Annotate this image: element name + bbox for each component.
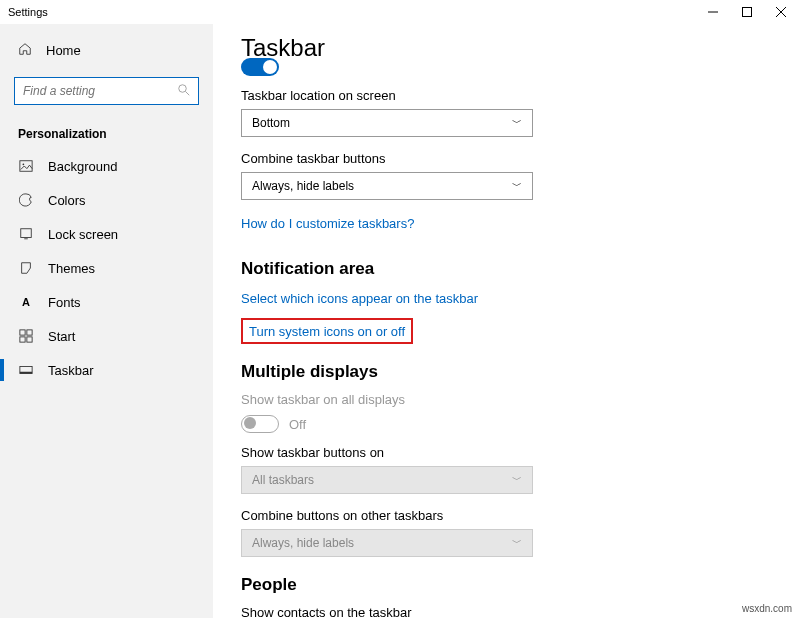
themes-icon <box>18 260 34 276</box>
palette-icon <box>18 192 34 208</box>
customize-link[interactable]: How do I customize taskbars? <box>241 216 414 231</box>
start-icon <box>18 328 34 344</box>
minimize-button[interactable] <box>696 1 730 23</box>
show-contacts-label: Show contacts on the taskbar <box>241 605 772 618</box>
sidebar-item-label: Lock screen <box>48 227 118 242</box>
chevron-down-icon: ﹀ <box>512 536 522 550</box>
sidebar: Home Personalization Background Colors L… <box>0 24 213 618</box>
sidebar-item-label: Start <box>48 329 75 344</box>
window-title: Settings <box>8 6 48 18</box>
sidebar-item-background[interactable]: Background <box>0 149 213 183</box>
show-buttons-label: Show taskbar buttons on <box>241 445 772 460</box>
svg-rect-10 <box>20 330 25 335</box>
notification-heading: Notification area <box>241 259 772 279</box>
close-button[interactable] <box>764 1 798 23</box>
search-field[interactable] <box>23 84 178 98</box>
show-buttons-select: All taskbars ﹀ <box>241 466 533 494</box>
svg-rect-15 <box>20 372 32 374</box>
svg-rect-12 <box>20 337 25 342</box>
combine-label: Combine taskbar buttons <box>241 151 772 166</box>
sidebar-item-fonts[interactable]: A Fonts <box>0 285 213 319</box>
svg-rect-9 <box>24 238 28 239</box>
search-icon <box>178 82 190 100</box>
sidebar-item-themes[interactable]: Themes <box>0 251 213 285</box>
combine-other-value: Always, hide labels <box>252 536 354 550</box>
location-select[interactable]: Bottom ﹀ <box>241 109 533 137</box>
svg-rect-11 <box>27 330 32 335</box>
watermark: wsxdn.com <box>742 603 792 614</box>
section-heading: Personalization <box>0 115 213 149</box>
sidebar-item-label: Background <box>48 159 117 174</box>
sidebar-item-start[interactable]: Start <box>0 319 213 353</box>
home-icon <box>18 42 32 59</box>
svg-rect-8 <box>21 229 32 238</box>
show-buttons-value: All taskbars <box>252 473 314 487</box>
combine-value: Always, hide labels <box>252 179 354 193</box>
location-label: Taskbar location on screen <box>241 88 772 103</box>
chevron-down-icon: ﹀ <box>512 116 522 130</box>
content-area: Taskbar Taskbar location on screen Botto… <box>213 24 800 618</box>
combine-other-select: Always, hide labels ﹀ <box>241 529 533 557</box>
combine-select[interactable]: Always, hide labels ﹀ <box>241 172 533 200</box>
chevron-down-icon: ﹀ <box>512 179 522 193</box>
search-input[interactable] <box>14 77 199 105</box>
multiple-heading: Multiple displays <box>241 362 772 382</box>
partial-toggle[interactable] <box>241 58 279 76</box>
home-label: Home <box>46 43 81 58</box>
highlight-annotation: Turn system icons on or off <box>241 318 413 344</box>
chevron-down-icon: ﹀ <box>512 473 522 487</box>
sidebar-item-label: Themes <box>48 261 95 276</box>
show-all-label: Show taskbar on all displays <box>241 392 772 407</box>
location-value: Bottom <box>252 116 290 130</box>
maximize-button[interactable] <box>730 1 764 23</box>
svg-point-7 <box>23 163 25 165</box>
image-icon <box>18 158 34 174</box>
sidebar-item-label: Fonts <box>48 295 81 310</box>
window-controls <box>696 1 798 23</box>
system-icons-link[interactable]: Turn system icons on or off <box>249 324 405 339</box>
show-all-state: Off <box>289 417 306 432</box>
sidebar-item-colors[interactable]: Colors <box>0 183 213 217</box>
fonts-icon: A <box>18 294 34 310</box>
svg-rect-1 <box>743 8 752 17</box>
select-icons-link[interactable]: Select which icons appear on the taskbar <box>241 291 478 306</box>
home-nav[interactable]: Home <box>0 34 213 67</box>
svg-line-5 <box>186 92 190 96</box>
svg-rect-13 <box>27 337 32 342</box>
combine-other-label: Combine buttons on other taskbars <box>241 508 772 523</box>
svg-point-4 <box>179 85 187 93</box>
sidebar-item-label: Taskbar <box>48 363 94 378</box>
lockscreen-icon <box>18 226 34 242</box>
sidebar-item-taskbar[interactable]: Taskbar <box>0 353 213 387</box>
taskbar-icon <box>18 362 34 378</box>
show-all-toggle[interactable] <box>241 415 279 433</box>
people-heading: People <box>241 575 772 595</box>
sidebar-item-label: Colors <box>48 193 86 208</box>
sidebar-item-lockscreen[interactable]: Lock screen <box>0 217 213 251</box>
